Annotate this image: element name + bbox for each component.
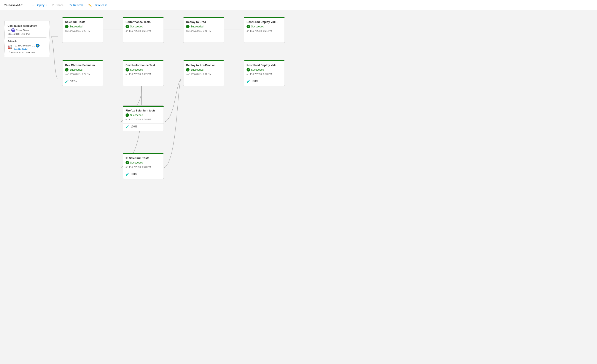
stage-timestamp: on 11/27/2018, 6:22 PM	[126, 73, 161, 75]
stage-card-row1-col3[interactable]: Deploy to Prod ✓ Succeeded on 11/27/2018…	[183, 17, 224, 43]
stage-name: Performance Tests	[126, 20, 161, 23]
stage-status: ✓ Succeeded	[126, 25, 161, 28]
stage-status: ✓ Succeeded	[247, 68, 282, 71]
stage-status: ✓ Succeeded	[65, 68, 101, 71]
stage-body: Post Prod Deploy Vali… ✓ Succeeded on 11…	[244, 18, 284, 35]
edit-release-button[interactable]: ✏️ Edit release	[86, 2, 110, 8]
source-timestamp: 11/27/2018, 6:20 PM	[8, 33, 47, 35]
stage-card-row1-col2[interactable]: Performance Tests ✓ Succeeded on 11/27/2…	[123, 17, 164, 43]
stage-timestamp: on 11/27/2018, 6:20 PM	[65, 30, 101, 32]
stage-card-row2-col3[interactable]: Deploy to Pre-Prod ar… ✓ Succeeded on 11…	[183, 60, 224, 86]
refresh-button[interactable]: ↻ Refresh	[67, 2, 85, 8]
pipeline-canvas: Continuous deployment for CT Conor Tolan…	[0, 10, 597, 364]
check-icon: ✓	[65, 68, 69, 71]
flask-icon: 🧪	[247, 79, 250, 83]
source-divider	[8, 37, 47, 38]
status-label: Succeeded	[130, 25, 143, 28]
stage-body: Firefox Selenium tests ✓ Succeeded on 11…	[123, 107, 164, 123]
stage-status: ✓ Succeeded	[126, 113, 161, 117]
deployment-time: 11/27/2018, 6:20 PM	[8, 33, 30, 35]
stage-test-bar: 🧪 100%	[123, 123, 164, 130]
stage-timestamp: on 11/27/2018, 6:21 PM	[126, 30, 161, 32]
deploy-button[interactable]: ＋ Deploy ▾	[30, 2, 49, 8]
more-options-button[interactable]: ...	[111, 2, 119, 8]
stage-status: ✓ Succeeded	[126, 68, 161, 71]
artifact-info: _2. BPCalculator-.... ⚡ 20181127.13	[14, 44, 39, 50]
edit-icon: ✏️	[88, 3, 92, 7]
status-label: Succeeded	[130, 161, 143, 164]
stage-card-row1-col1[interactable]: Selenium Tests ✓ Succeeded on 11/27/2018…	[62, 17, 103, 43]
check-icon: ✓	[126, 113, 129, 117]
test-pct: 100%	[131, 173, 137, 176]
stage-card-row3-col2[interactable]: Firefox Selenium tests ✓ Succeeded on 11…	[123, 105, 164, 131]
status-label: Succeeded	[70, 68, 83, 71]
source-card: Continuous deployment for CT Conor Tolan…	[4, 21, 50, 57]
stage-card-row2-col4[interactable]: Post Prod Deploy Vali… ✓ Succeeded on 11…	[244, 60, 285, 86]
check-icon: ✓	[247, 25, 250, 28]
stage-name: Firefox Selenium tests	[126, 109, 161, 112]
check-icon: ✓	[126, 25, 129, 28]
stage-test-bar: 🧪 100%	[63, 78, 103, 84]
stage-card-row2-col2[interactable]: Dev Performance Test… ✓ Succeeded on 11/…	[123, 60, 164, 86]
stage-timestamp: on 11/27/2018, 6:21 PM	[186, 30, 221, 32]
stage-name: Deploy to Pre-Prod ar…	[186, 63, 221, 67]
stage-test-bar: 🧪 100%	[244, 78, 284, 84]
check-icon: ✓	[126, 68, 129, 71]
stage-name: Selenium Tests	[65, 20, 101, 23]
stage-timestamp: on 11/27/2018, 6:22 PM	[65, 73, 101, 75]
stage-timestamp: on 11/27/2018, 6:31 PM	[186, 73, 221, 75]
stage-name: Post Prod Deploy Vali…	[247, 63, 282, 67]
check-icon: ✓	[126, 161, 129, 164]
test-pct: 100%	[70, 80, 77, 83]
artifact-icon: 🏭	[8, 45, 12, 49]
stage-timestamp: on 11/27/2018, 6:21 PM	[247, 30, 282, 32]
stage-body: Post Prod Deploy Vali… ✓ Succeeded on 11…	[244, 61, 284, 78]
stage-body: Performance Tests ✓ Succeeded on 11/27/2…	[123, 18, 164, 35]
status-label: Succeeded	[191, 68, 204, 71]
artifact-build[interactable]: 20181127.13	[14, 47, 39, 50]
cancel-button[interactable]: ⊘ Cancel	[50, 2, 66, 8]
status-label: Succeeded	[70, 25, 83, 28]
test-pct: 100%	[251, 80, 258, 83]
stage-card-row4-col2[interactable]: IE Selenium Tests ✓ Succeeded on 11/27/2…	[123, 153, 164, 179]
stage-status: ✓ Succeeded	[126, 161, 161, 164]
flask-icon: 🧪	[65, 79, 69, 83]
stage-card-row2-col1[interactable]: Dev Chrome Selenium… ✓ Succeeded on 11/2…	[62, 60, 103, 86]
check-icon: ✓	[65, 25, 69, 28]
stage-name: Dev Chrome Selenium…	[65, 63, 101, 67]
stage-timestamp: on 11/27/2018, 6:28 PM	[126, 166, 161, 168]
stage-body: Deploy to Pre-Prod ar… ✓ Succeeded on 11…	[183, 61, 224, 78]
release-title[interactable]: Release-44 ▾	[3, 3, 23, 7]
stage-body: Selenium Tests ✓ Succeeded on 11/27/2018…	[63, 18, 103, 35]
cancel-icon: ⊘	[52, 3, 55, 7]
stage-card-row1-col4[interactable]: Post Prod Deploy Vali… ✓ Succeeded on 11…	[244, 17, 285, 43]
toolbar: Release-44 ▾ ＋ Deploy ▾ ⊘ Cancel ↻ Refre…	[0, 0, 597, 10]
stage-timestamp: on 11/27/2018, 6:33 PM	[247, 73, 282, 75]
check-icon: ✓	[186, 68, 189, 71]
artifacts-label: Artifacts	[8, 40, 47, 42]
status-label: Succeeded	[251, 68, 264, 71]
stage-name: Dev Performance Test…	[126, 63, 161, 67]
flask-icon: 🧪	[126, 125, 129, 128]
artifact-item: 🏭 _2. BPCalculator-.... ⚡ 20181127.13	[8, 44, 47, 50]
lightning-icon: ⚡	[36, 44, 39, 47]
user-name: Conor Tolan	[16, 29, 29, 31]
branch-name: branch-from-004115a4	[11, 51, 35, 54]
for-label: for	[8, 29, 10, 31]
stage-status: ✓ Succeeded	[186, 68, 221, 71]
stage-body: Dev Chrome Selenium… ✓ Succeeded on 11/2…	[63, 61, 103, 78]
stage-status: ✓ Succeeded	[247, 25, 282, 28]
stage-status: ✓ Succeeded	[186, 25, 221, 28]
stage-name: Deploy to Prod	[186, 20, 221, 23]
stage-body: Dev Performance Test… ✓ Succeeded on 11/…	[123, 61, 164, 78]
flask-icon: 🧪	[126, 172, 129, 176]
status-label: Succeeded	[130, 68, 143, 71]
stage-name: IE Selenium Tests	[126, 156, 161, 160]
plus-icon: ＋	[32, 3, 35, 7]
test-pct: 100%	[131, 125, 137, 128]
stage-name: Post Prod Deploy Vali…	[247, 20, 282, 23]
check-icon: ✓	[247, 68, 250, 71]
avatar: CT	[11, 28, 15, 32]
artifact-name-prefix: _2. BPCalculator-....	[14, 44, 35, 47]
chevron-down-icon: ▾	[21, 4, 23, 7]
